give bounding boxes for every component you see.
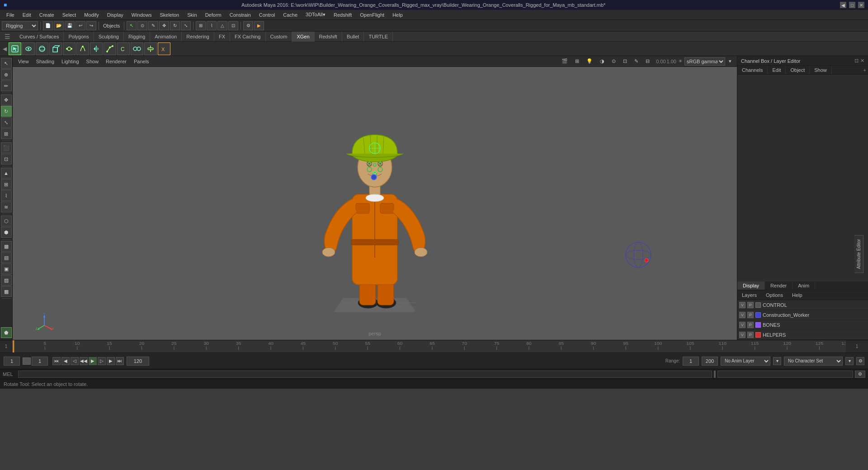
menu-redshift[interactable]: Redshift <box>330 11 355 19</box>
layer-row-control[interactable]: V P CONTROL <box>737 300 868 310</box>
goto-end-button[interactable]: ⏭ <box>116 357 124 365</box>
anim-tab[interactable]: Anim <box>793 282 815 290</box>
snap-point-tool[interactable]: ▲ <box>1 168 12 179</box>
menu-cache[interactable]: Cache <box>279 11 301 19</box>
quick-layout3[interactable]: ▣ <box>1 263 12 274</box>
menu-control[interactable]: Control <box>255 11 278 19</box>
shelf-tab-rendering[interactable]: Rendering <box>182 32 214 42</box>
menu-edit[interactable]: Edit <box>19 11 35 19</box>
ipr-render[interactable]: ⬢ <box>1 227 12 238</box>
menu-openflight[interactable]: OpenFlight <box>356 11 388 19</box>
show-manip-tool[interactable]: ⊡ <box>1 154 12 164</box>
playback-end-input[interactable] <box>702 357 718 366</box>
options-tab[interactable]: Options <box>763 291 786 299</box>
shelf-tab-custom[interactable]: Custom <box>266 32 292 42</box>
lasso-select-btn[interactable]: ⊙ <box>137 21 147 30</box>
menu-modify[interactable]: Modify <box>80 11 102 19</box>
object-tab[interactable]: Object <box>786 66 810 74</box>
vp-icon-film[interactable]: 🎬 <box>559 58 571 65</box>
shelf-tab-curves[interactable]: Curves / Surfaces <box>15 32 64 42</box>
menu-constrain[interactable]: Constrain <box>226 11 255 19</box>
snap-grid-btn[interactable]: ⊞ <box>196 21 206 30</box>
cb-expand-btn[interactable]: + <box>862 66 868 74</box>
channels-tab[interactable]: Channels <box>737 66 768 74</box>
layer-p-control[interactable]: P <box>747 302 754 308</box>
edit-tab[interactable]: Edit <box>768 66 786 74</box>
menu-help[interactable]: Help <box>389 11 406 19</box>
minimize-button[interactable]: ◀ <box>840 2 846 8</box>
mode-dropdown[interactable]: Rigging Animation Modeling <box>2 21 38 30</box>
timeline-track[interactable]: 1 5 10 15 20 25 30 35 40 45 50 <box>13 340 845 352</box>
shelf-tab-bullet[interactable]: Bullet <box>342 32 364 42</box>
select-tool[interactable]: ↖ <box>1 58 12 69</box>
attribute-editor-tab[interactable]: Attribute Editor <box>854 235 863 273</box>
vp-icon-hud[interactable]: ⊟ <box>643 58 652 65</box>
shelf-menu-icon[interactable]: ☰ <box>5 33 10 40</box>
paint-tool[interactable]: ✏ <box>1 80 12 91</box>
shelf-icon-joint[interactable] <box>63 42 75 55</box>
layer-v-control[interactable]: V <box>739 302 745 308</box>
snap-curve-btn[interactable]: ⌇ <box>207 21 217 30</box>
display-tab[interactable]: Display <box>737 282 765 290</box>
layer-p-construction[interactable]: P <box>747 312 754 318</box>
shelf-icon-xgen-custom[interactable]: X <box>158 42 170 55</box>
undo-button[interactable]: ↩ <box>75 21 85 30</box>
shelf-icon-sphere[interactable] <box>36 42 48 55</box>
menu-display[interactable]: Display <box>104 11 127 19</box>
panel-close-btn[interactable]: ✕ <box>860 58 864 64</box>
render-btn[interactable]: ▶ <box>254 21 264 30</box>
rotate-tool-btn[interactable]: ↻ <box>170 21 180 30</box>
paint-select-btn[interactable]: ✎ <box>148 21 158 30</box>
redo-button[interactable]: ↪ <box>86 21 96 30</box>
vp-icon-grid[interactable]: ⊞ <box>572 58 582 65</box>
menu-skeleton[interactable]: Skeleton <box>156 11 183 19</box>
playback-start-input[interactable] <box>683 357 699 366</box>
layer-row-helpers[interactable]: V P HELPERS <box>737 330 868 340</box>
playback-settings-button[interactable]: ⚙ <box>856 357 864 365</box>
close-button[interactable]: ✕ <box>858 2 864 8</box>
snap-view-btn[interactable]: ⊡ <box>228 21 238 30</box>
rotate-tool[interactable]: ↻ <box>1 106 12 117</box>
cmd-execute-button[interactable]: ⚙ <box>855 371 865 378</box>
render-swatch[interactable]: ⬡ <box>1 216 12 226</box>
snap-point-btn[interactable]: △ <box>217 21 227 30</box>
command-input[interactable] <box>18 371 712 378</box>
current-frame-input[interactable] <box>4 357 20 366</box>
universal-manip[interactable]: ⊞ <box>1 128 12 139</box>
layer-row-construction[interactable]: V P Construction_Worker <box>737 310 868 320</box>
shelf-tab-fxcaching[interactable]: FX Caching <box>230 32 265 42</box>
snap-grid-tool[interactable]: ⊞ <box>1 179 12 190</box>
snap-surface-tool[interactable]: ≋ <box>1 202 12 212</box>
prev-key-button[interactable]: ◁ <box>71 357 79 365</box>
layer-row-bones[interactable]: V P BONES <box>737 320 868 330</box>
render-tab[interactable]: Render <box>765 282 793 290</box>
vp-icon-light[interactable]: 💡 <box>584 58 595 65</box>
layers-tab[interactable]: Layers <box>739 291 760 299</box>
shelf-tab-redshift[interactable]: Redshift <box>315 32 342 42</box>
scale-tool-btn[interactable]: ⤡ <box>181 21 191 30</box>
quick-layout1[interactable]: ▦ <box>1 241 12 252</box>
shelf-tab-xgen[interactable]: XGen <box>292 32 314 42</box>
menu-3dtoall[interactable]: 3DToAll▾ <box>302 11 329 19</box>
play-back-button[interactable]: ◀◀ <box>80 357 88 365</box>
anim-layer-arrow[interactable]: ▾ <box>773 357 781 365</box>
prev-frame-button[interactable]: ◀ <box>61 357 70 365</box>
menu-create[interactable]: Create <box>36 11 58 19</box>
vp-icon-paint[interactable]: ✎ <box>632 58 641 65</box>
shelf-icon-select[interactable] <box>9 42 21 55</box>
viewport-canvas[interactable]: Y X Z persp <box>13 67 737 340</box>
bottom-tool[interactable]: ⬟ <box>1 327 12 338</box>
next-frame-button[interactable]: ▶ <box>107 357 115 365</box>
shelf-tab-rigging[interactable]: Rigging <box>124 32 150 42</box>
shelf-icon-cluster[interactable]: C <box>117 42 130 55</box>
menu-skin[interactable]: Skin <box>184 11 200 19</box>
open-scene-button[interactable]: 📂 <box>54 21 64 30</box>
layer-v-helpers[interactable]: V <box>739 332 745 338</box>
lasso-tool[interactable]: ⊕ <box>1 69 12 80</box>
goto-start-button[interactable]: ⏮ <box>52 357 61 365</box>
move-tool[interactable]: ✥ <box>1 94 12 105</box>
vp-show-menu[interactable]: Show <box>84 58 102 65</box>
layer-p-bones[interactable]: P <box>747 322 754 328</box>
shelf-tab-polygons[interactable]: Polygons <box>64 32 94 42</box>
vp-renderer-menu[interactable]: Renderer <box>103 58 129 65</box>
